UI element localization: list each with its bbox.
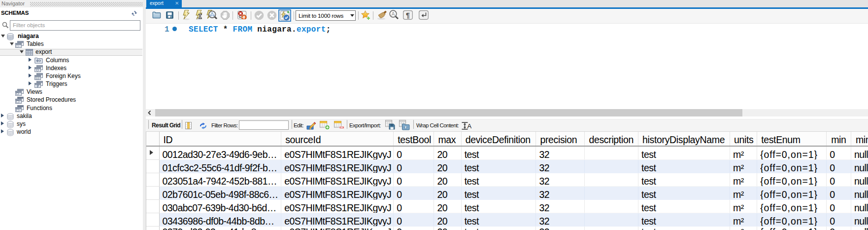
svg-text:A: A xyxy=(391,11,395,17)
svg-text:A: A xyxy=(467,122,471,130)
svg-text:¶: ¶ xyxy=(406,11,410,19)
